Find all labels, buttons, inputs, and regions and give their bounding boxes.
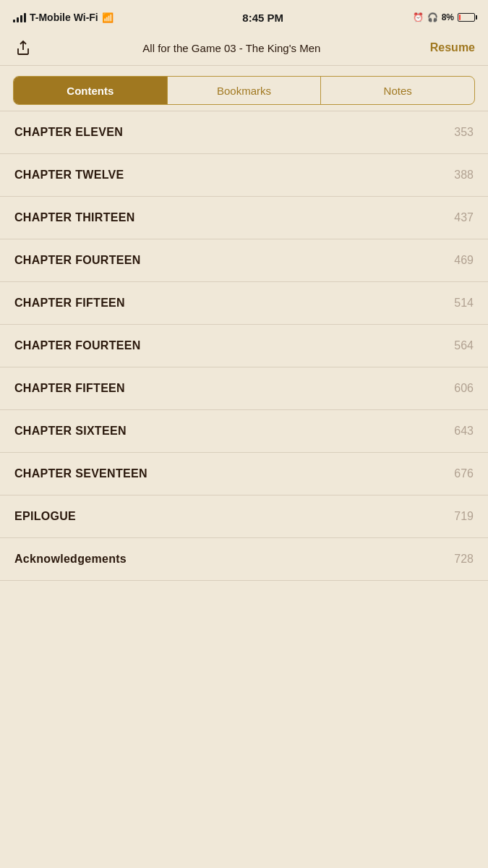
wifi-icon: 📶 xyxy=(102,12,114,23)
chapter-item[interactable]: Acknowledgements728 xyxy=(0,538,488,581)
chapter-item[interactable]: CHAPTER FOURTEEN469 xyxy=(0,239,488,282)
chapter-item[interactable]: CHAPTER FOURTEEN564 xyxy=(0,325,488,367)
chapter-name: CHAPTER FIFTEEN xyxy=(14,382,125,395)
chapter-name: CHAPTER FOURTEEN xyxy=(14,339,141,352)
chapter-name: CHAPTER TWELVE xyxy=(14,169,124,182)
chapter-name: Acknowledgements xyxy=(14,553,127,566)
chapter-page: 728 xyxy=(454,553,474,566)
signal-icon xyxy=(13,12,26,22)
chapter-page: 469 xyxy=(454,254,474,267)
tab-contents[interactable]: Contents xyxy=(14,77,168,104)
headphone-icon: 🎧 xyxy=(427,12,438,22)
battery-icon xyxy=(458,13,475,22)
chapter-page: 643 xyxy=(454,425,474,438)
chapter-list: CHAPTER ELEVEN353CHAPTER TWELVE388CHAPTE… xyxy=(0,111,488,581)
share-button[interactable] xyxy=(13,38,33,58)
chapter-page: 676 xyxy=(454,467,474,480)
tab-bookmarks[interactable]: Bookmarks xyxy=(168,77,322,104)
battery-percent: 8% xyxy=(442,12,454,22)
chapter-item[interactable]: CHAPTER SEVENTEEN676 xyxy=(0,453,488,495)
chapter-item[interactable]: CHAPTER FIFTEEN606 xyxy=(0,367,488,410)
chapter-item[interactable]: CHAPTER TWELVE388 xyxy=(0,154,488,197)
status-right: ⏰ 🎧 8% xyxy=(413,12,475,22)
chapter-page: 437 xyxy=(454,211,474,224)
chapter-item[interactable]: EPILOGUE719 xyxy=(0,495,488,538)
chapter-item[interactable]: CHAPTER THIRTEEN437 xyxy=(0,197,488,239)
alarm-icon: ⏰ xyxy=(413,12,424,22)
chapter-page: 353 xyxy=(454,126,474,139)
chapter-name: CHAPTER FOURTEEN xyxy=(14,254,141,267)
resume-button[interactable]: Resume xyxy=(430,38,475,57)
chapter-name: CHAPTER ELEVEN xyxy=(14,126,123,139)
chapter-name: CHAPTER SEVENTEEN xyxy=(14,467,147,480)
chapter-name: EPILOGUE xyxy=(14,510,76,523)
chapter-item[interactable]: CHAPTER ELEVEN353 xyxy=(0,111,488,154)
status-left: T-Mobile Wi-Fi 📶 xyxy=(13,12,114,23)
status-time: 8:45 PM xyxy=(242,12,283,24)
tab-notes[interactable]: Notes xyxy=(321,77,474,104)
chapter-page: 606 xyxy=(454,382,474,395)
status-bar: T-Mobile Wi-Fi 📶 8:45 PM ⏰ 🎧 8% xyxy=(0,0,488,32)
chapter-item[interactable]: CHAPTER SIXTEEN643 xyxy=(0,410,488,453)
carrier-label: T-Mobile Wi-Fi xyxy=(30,12,98,23)
book-header: All for the Game 03 - The King's Men Res… xyxy=(0,32,488,66)
chapter-name: CHAPTER FIFTEEN xyxy=(14,297,125,310)
chapter-page: 388 xyxy=(454,169,474,182)
chapter-name: CHAPTER SIXTEEN xyxy=(14,425,127,438)
chapter-name: CHAPTER THIRTEEN xyxy=(14,211,135,224)
tab-bar: Contents Bookmarks Notes xyxy=(13,76,475,105)
book-title: All for the Game 03 - The King's Men xyxy=(42,42,421,54)
chapter-page: 564 xyxy=(454,339,474,352)
chapter-page: 719 xyxy=(454,510,474,523)
chapter-page: 514 xyxy=(454,297,474,310)
chapter-item[interactable]: CHAPTER FIFTEEN514 xyxy=(0,282,488,325)
